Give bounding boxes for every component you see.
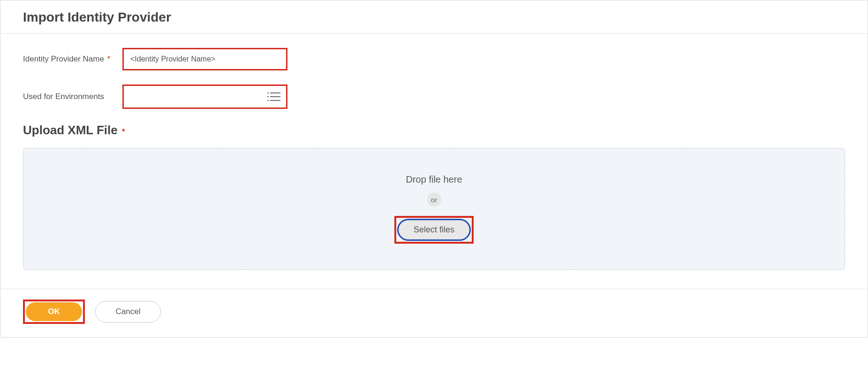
required-indicator: *: [107, 54, 111, 63]
identity-provider-name-input[interactable]: [124, 49, 286, 69]
highlight-name-input: [122, 48, 287, 70]
highlight-env-input: [122, 85, 287, 109]
label-identity-provider-name: Identity Provider Name *: [23, 54, 122, 64]
select-files-button[interactable]: Select files: [397, 219, 471, 241]
highlight-ok-button: OK: [23, 300, 85, 324]
cancel-button[interactable]: Cancel: [95, 301, 161, 323]
ok-button[interactable]: OK: [26, 302, 82, 321]
label-used-for-environments: Used for Environments: [23, 92, 122, 101]
dialog-content: Identity Provider Name * Used for Enviro…: [0, 34, 868, 289]
label-text: Used for Environments: [23, 92, 104, 101]
file-drop-zone[interactable]: Drop file here or Select files: [23, 148, 845, 270]
required-indicator: *: [122, 127, 125, 136]
dialog-container: Import Identity Provider Identity Provid…: [0, 0, 868, 338]
label-text: Identity Provider Name: [23, 54, 104, 63]
page-title: Import Identity Provider: [23, 10, 845, 25]
used-for-environments-input[interactable]: [124, 86, 286, 108]
dialog-header: Import Identity Provider: [0, 0, 868, 34]
row-identity-provider-name: Identity Provider Name *: [23, 48, 845, 70]
upload-section-heading: Upload XML File *: [23, 123, 845, 138]
or-separator: or: [427, 192, 441, 207]
list-picker-icon[interactable]: [270, 92, 280, 101]
drop-hint-text: Drop file here: [406, 174, 462, 185]
highlight-select-files: Select files: [394, 216, 474, 244]
dialog-footer: OK Cancel: [0, 289, 868, 337]
row-used-for-environments: Used for Environments: [23, 85, 845, 109]
heading-text: Upload XML File: [23, 123, 118, 137]
